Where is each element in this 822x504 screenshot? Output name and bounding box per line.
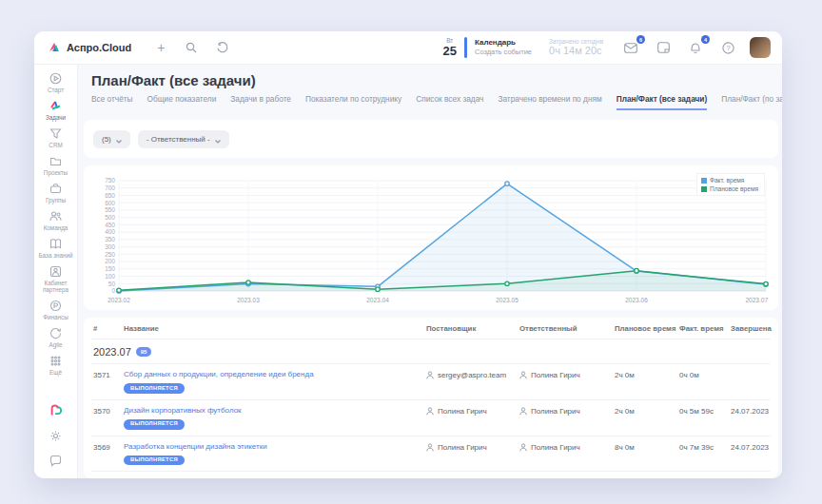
table-body: 3571 Сбор данных о продукции, определени… — [91, 364, 771, 478]
tab-plan-fact-all[interactable]: План/Факт (все задачи) — [616, 94, 708, 110]
tab-all-reports[interactable]: Все отчёты — [91, 94, 133, 110]
task-name-link[interactable]: Дизайн корпоративных футболок — [124, 406, 242, 416]
tab-all-tasks-list[interactable]: Список всех задач — [416, 94, 483, 110]
person-icon — [426, 407, 434, 416]
page-title: План/Факт (все задачи) — [84, 72, 778, 88]
sidebar-item-groups[interactable]: Группы — [35, 183, 77, 204]
bell-icon[interactable]: 4 — [687, 39, 704, 56]
finance-icon — [49, 300, 62, 312]
sidebar-item-crm[interactable]: CRM — [35, 127, 77, 148]
app-logo[interactable]: Аспро.Cloud — [48, 41, 131, 54]
filter-count-dropdown[interactable]: (5) — [93, 130, 130, 148]
sidebar-item-team[interactable]: Команда — [35, 210, 77, 231]
svg-text:250: 250 — [105, 251, 115, 258]
task-name-link[interactable]: Разработка концепции дизайна этикетки — [124, 442, 267, 452]
table-row[interactable]: 3568 Продумать идею этикетки ВЫПОЛНЯЕТСЯ… — [91, 472, 771, 478]
fact-time-cell: 0ч 7м 39с — [679, 442, 731, 452]
tasks-table-card: # Название Постановщик Ответственный Пла… — [84, 318, 778, 478]
mail-icon[interactable]: 6 — [622, 39, 639, 56]
done-date-cell: 24.07.2023 — [731, 406, 771, 416]
table-row[interactable]: 3571 Сбор данных о продукции, определени… — [91, 364, 771, 400]
month-group-row[interactable]: 2023.07 95 — [91, 339, 771, 364]
task-name-link[interactable]: Сбор данных о продукции, определение иде… — [124, 370, 314, 379]
svg-text:0: 0 — [111, 287, 115, 294]
sidebar-item-tasks[interactable]: Задачи — [35, 100, 77, 121]
aspro-brand-icon[interactable] — [49, 405, 62, 417]
tab-plan-fact-completed[interactable]: План/Факт (по завершенным) — [721, 94, 782, 110]
tab-employee-indicators[interactable]: Показатели по сотруднику — [305, 94, 401, 110]
sidebar-item-more[interactable]: Ещё — [35, 355, 77, 376]
status-badge: ВЫПОЛНЯЕТСЯ — [124, 383, 185, 394]
user-avatar[interactable] — [750, 37, 771, 58]
time-tracker[interactable]: Затрачено сегодня 0ч 14м 20с — [549, 38, 603, 58]
notes-icon[interactable] — [655, 39, 672, 56]
fact-time-cell: 0ч 5м 59с — [679, 406, 731, 416]
table-row[interactable]: 3569 Разработка концепции дизайна этикет… — [91, 436, 771, 473]
task-id: 3571 — [93, 370, 124, 379]
sidebar-item-projects[interactable]: Проекты — [35, 155, 77, 176]
people-icon — [49, 210, 62, 223]
partner-icon — [49, 265, 62, 278]
tab-tasks-in-progress[interactable]: Задачи в работе — [230, 94, 291, 110]
svg-text:2023.04: 2023.04 — [366, 297, 389, 303]
legend-fact-time[interactable]: Факт. время — [701, 177, 758, 184]
svg-text:550: 550 — [105, 206, 115, 213]
sidebar-item-partner-cabinet[interactable]: Кабинет партнера — [35, 265, 77, 293]
sidebar-item-start[interactable]: Старт — [35, 72, 77, 93]
svg-text:50: 50 — [108, 281, 116, 287]
calendar-link[interactable]: Календарь — [475, 38, 532, 48]
create-event-link[interactable]: Создать событие — [475, 48, 532, 56]
task-id: 3569 — [93, 442, 124, 452]
gear-icon[interactable] — [49, 430, 62, 442]
svg-text:600: 600 — [105, 200, 115, 206]
help-icon[interactable]: ? — [719, 39, 736, 56]
task-id: 3568 — [93, 477, 124, 478]
filter-responsible-dropdown[interactable]: - Ответственный - — [138, 130, 229, 148]
status-badge: ВЫПОЛНЯЕТСЯ — [124, 419, 185, 430]
folder-icon — [49, 155, 62, 167]
time-spent-value: 0ч 14м 20с — [549, 45, 603, 57]
plan-fact-chart[interactable]: 0501001502002503003504004505005506006507… — [92, 173, 770, 310]
time-spent-label: Затрачено сегодня — [549, 38, 603, 46]
app-window: Аспро.Cloud + Вт 25 Календарь Создать со… — [34, 31, 782, 478]
legend-plan-time[interactable]: Плановое время — [701, 185, 758, 192]
author-cell: Полина Гирич — [426, 477, 519, 478]
plan-time-cell: 8ч 0м — [615, 442, 679, 452]
chat-icon[interactable] — [49, 455, 62, 467]
svg-text:?: ? — [726, 44, 730, 52]
sidebar-item-knowledge-base[interactable]: База знаний — [35, 238, 77, 259]
agile-icon — [49, 327, 62, 339]
search-icon[interactable] — [183, 39, 200, 56]
svg-text:2023.07: 2023.07 — [746, 297, 769, 303]
tab-time-by-days[interactable]: Затрачено времени по дням — [498, 94, 601, 110]
svg-text:2023.02: 2023.02 — [108, 297, 130, 303]
mail-badge: 6 — [636, 35, 645, 44]
svg-text:650: 650 — [105, 192, 115, 199]
done-date-cell: 24.07.2023 — [731, 477, 771, 478]
grid-dots-icon — [49, 355, 62, 367]
sidebar-item-finances[interactable]: Финансы — [35, 300, 77, 320]
briefcase-icon — [49, 183, 62, 195]
table-header: # Название Постановщик Ответственный Пла… — [91, 318, 771, 339]
plan-time-cell: 3ч 0м — [615, 477, 679, 478]
today-date[interactable]: Вт 25 — [443, 38, 457, 57]
svg-text:750: 750 — [105, 177, 115, 184]
person-icon — [519, 443, 527, 452]
table-row[interactable]: 3570 Дизайн корпоративных футболок ВЫПОЛ… — [91, 400, 771, 436]
assignee-cell: Полина Гирич — [519, 406, 615, 416]
chart-legend: Факт. время Плановое время — [696, 173, 765, 196]
notifications-badge: 4 — [701, 35, 710, 44]
chevron-down-icon — [116, 137, 122, 141]
history-icon[interactable] — [213, 39, 230, 56]
task-name-link[interactable]: Продумать идею этикетки — [124, 477, 215, 478]
create-button[interactable]: + — [152, 39, 169, 56]
svg-text:300: 300 — [105, 243, 115, 250]
person-icon — [426, 371, 434, 379]
assignee-cell: Полина Гирич — [519, 442, 615, 452]
plan-time-cell: 2ч 0м — [615, 370, 679, 379]
sidebar: Старт Задачи CRM Проекты Группы — [34, 65, 78, 478]
svg-text:150: 150 — [105, 265, 115, 272]
tab-general-indicators[interactable]: Общие показатели — [147, 94, 217, 110]
tasks-icon — [49, 100, 62, 112]
sidebar-item-agile[interactable]: Agile — [35, 327, 77, 348]
